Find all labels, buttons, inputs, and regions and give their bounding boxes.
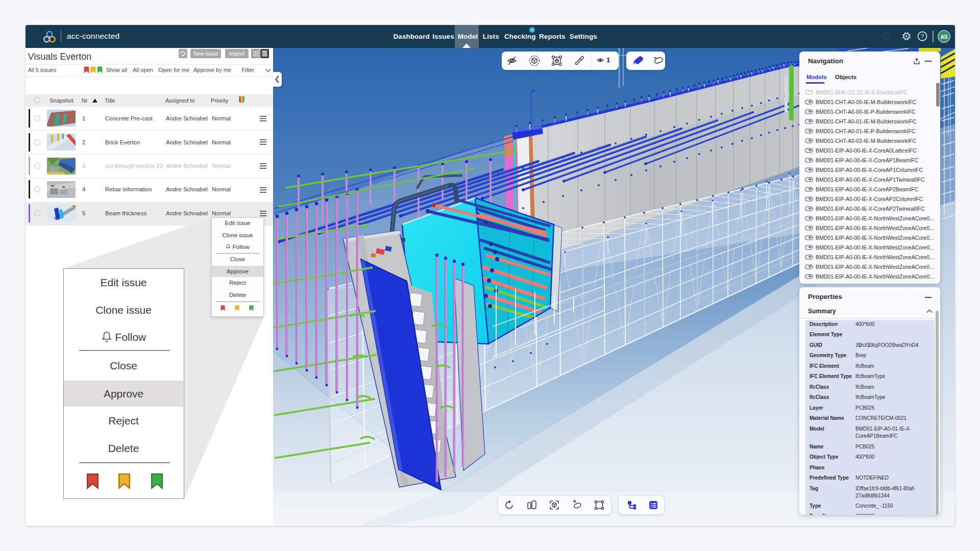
svg-text:?: ? xyxy=(921,33,924,39)
